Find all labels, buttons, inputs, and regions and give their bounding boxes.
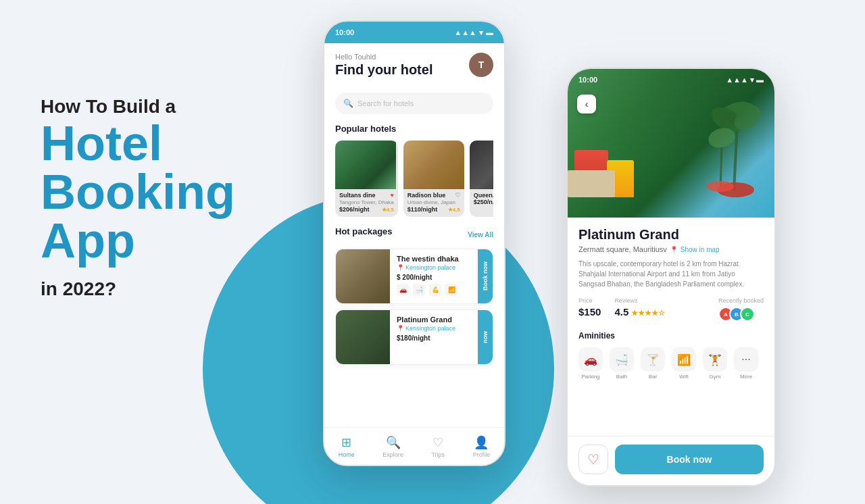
hotel-card-1-img bbox=[335, 141, 396, 189]
more-label: More bbox=[740, 374, 752, 380]
back-button[interactable]: ‹ bbox=[577, 95, 596, 114]
hotel-stats: Price $150 Reviews 4.5 ★★★★☆ Recently bo… bbox=[578, 297, 764, 322]
recently-booked-label: Recently booked bbox=[718, 297, 764, 304]
phone1-time: 10:00 bbox=[335, 28, 354, 36]
headline-hotel: Hotel Booking App bbox=[41, 119, 264, 265]
phone1-content: Hello Touhid Find your hotel T 🔍 Search … bbox=[324, 43, 504, 465]
hotel-card-1-info: Sultans dine ♥ Tangons Tower, Dhaka $206… bbox=[335, 189, 398, 217]
amenity-gym: 🏋 Gym bbox=[703, 347, 727, 380]
parking-label: Parking bbox=[581, 374, 599, 380]
phone1-status-icons: ▲▲▲ ▾ ▬ bbox=[454, 28, 493, 37]
phone1-header: Hello Touhid Find your hotel T bbox=[335, 53, 493, 86]
hotel-1-heart[interactable]: ♥ bbox=[390, 192, 393, 199]
package-card-1[interactable]: The westin dhaka 📍 Kensington palace $ 2… bbox=[335, 249, 493, 304]
nav-home-label: Home bbox=[339, 451, 355, 458]
phone1-greeting-block: Hello Touhid Find your hotel bbox=[335, 53, 432, 86]
gym-icon: 🏋 bbox=[703, 347, 727, 372]
nav-explore-label: Explore bbox=[382, 451, 403, 458]
greeting-text: Hello Touhid bbox=[335, 53, 432, 61]
hotel-2-price: $110/night bbox=[407, 206, 438, 213]
hotel-card-3[interactable]: Queen... ♡ $250/n... bbox=[470, 141, 493, 217]
amenities-title: Aminities bbox=[578, 331, 764, 341]
location-pin-icon: 📍 bbox=[397, 264, 404, 271]
amenity-bath: 🛁 Bath bbox=[610, 347, 634, 380]
nav-trips-label: Trips bbox=[431, 451, 445, 458]
amenity-bar: 🍸 Bar bbox=[641, 347, 665, 380]
cushion-2 bbox=[707, 181, 734, 192]
wifi-label: Wifi bbox=[679, 374, 688, 380]
nav-trips[interactable]: ♡ Trips bbox=[431, 435, 445, 458]
hotel-hero-image: 10:00 ▲▲▲ ▾ ▬ bbox=[568, 69, 774, 218]
hotel-card-1[interactable]: Sultans dine ♥ Tangons Tower, Dhaka $206… bbox=[335, 141, 398, 217]
reviews-label: Reviews bbox=[614, 297, 665, 304]
show-map-link[interactable]: Show in map bbox=[681, 246, 720, 253]
hotel-1-price: $206/night bbox=[339, 206, 370, 213]
amenity-more[interactable]: ··· More bbox=[734, 347, 758, 380]
bar-icon: 🍸 bbox=[641, 347, 665, 372]
pkg-gym-icon: 💪 bbox=[429, 284, 441, 296]
gym-label: Gym bbox=[710, 374, 721, 380]
trips-icon: ♡ bbox=[432, 435, 443, 450]
bar-label: Bar bbox=[649, 374, 657, 380]
package-1-img bbox=[336, 249, 390, 303]
home-icon: ⊞ bbox=[341, 435, 351, 450]
recently-booked-block: Recently booked A B C bbox=[718, 297, 764, 322]
favorite-button[interactable]: ♡ bbox=[578, 445, 608, 474]
hotel-3-price: $250/n... bbox=[474, 199, 493, 205]
search-bar[interactable]: 🔍 Search for hotels bbox=[335, 93, 493, 114]
hotel-cards-list: Sultans dine ♥ Tangons Tower, Dhaka $206… bbox=[335, 141, 493, 217]
phone1: 10:00 ▲▲▲ ▾ ▬ Hello Touhid Find your hot… bbox=[323, 20, 505, 466]
profile-icon: 👤 bbox=[474, 435, 489, 450]
amenity-wifi: 📶 Wifi bbox=[672, 347, 696, 380]
hotel-1-rating: ★4.5 bbox=[382, 207, 394, 213]
wifi-amenity-icon: 📶 bbox=[672, 347, 696, 372]
package-1-name: The westin dhaka bbox=[397, 255, 471, 263]
user-avatar: T bbox=[469, 53, 493, 77]
hotel-2-location: Urban divine, Japan bbox=[407, 199, 460, 205]
location-pin-icon-2: 📍 bbox=[397, 325, 404, 332]
package-2-name: Platinum Grand bbox=[397, 316, 471, 324]
hotel-card-2[interactable]: Radison blue ♡ Urban divine, Japan $110/… bbox=[403, 141, 464, 217]
package-card-2[interactable]: Platinum Grand 📍 Kensington palace $180/… bbox=[335, 309, 493, 365]
nav-profile-label: Profile bbox=[473, 451, 491, 458]
package-2-img bbox=[336, 310, 390, 364]
package-1-amenities: 🚗 🛁 💪 📶 bbox=[397, 284, 471, 296]
book-now-button[interactable]: Book now bbox=[615, 445, 764, 474]
price-label: Price bbox=[578, 297, 601, 304]
phone1-status-bar: 10:00 ▲▲▲ ▾ ▬ bbox=[324, 22, 504, 43]
phone2-status-bar: 10:00 ▲▲▲ ▾ ▬ bbox=[568, 69, 774, 91]
reviews-value: 4.5 bbox=[614, 306, 628, 318]
nav-explore[interactable]: 🔍 Explore bbox=[382, 435, 403, 458]
hot-packages-header: Hot packages View All bbox=[335, 226, 493, 243]
nav-home[interactable]: ⊞ Home bbox=[339, 435, 355, 458]
price-value: $150 bbox=[578, 306, 601, 318]
headline-year: in 2022? bbox=[41, 278, 264, 300]
phone2-body: Platinum Grand Zermatt square, Mauritius… bbox=[568, 218, 774, 400]
hotel-1-location: Tangons Tower, Dhaka bbox=[339, 199, 394, 205]
hotel-location-row: Zermatt square, Mauritiusv 📍 Show in map bbox=[578, 245, 764, 253]
hotel-2-heart[interactable]: ♡ bbox=[455, 192, 460, 199]
pkg-bath-icon: 🛁 bbox=[413, 284, 425, 296]
explore-icon: 🔍 bbox=[386, 435, 401, 450]
pkg-wifi-icon: 📶 bbox=[445, 284, 458, 296]
package-1-location: 📍 Kensington palace bbox=[397, 264, 471, 271]
hotel-card-3-img bbox=[470, 141, 493, 189]
more-icon[interactable]: ··· bbox=[734, 347, 758, 372]
package-1-book-btn[interactable]: Book now bbox=[478, 249, 493, 303]
package-2-info: Platinum Grand 📍 Kensington palace $180/… bbox=[397, 310, 471, 364]
bath-label: Bath bbox=[616, 374, 627, 380]
hotel-card-2-img bbox=[403, 141, 464, 189]
hotel-description: This upscale, contemporary hotel is 2 km… bbox=[578, 259, 764, 289]
search-placeholder: Search for hotels bbox=[357, 99, 414, 107]
hotel-location-text: Zermatt square, Mauritiusv bbox=[578, 245, 667, 253]
view-all-link[interactable]: View All bbox=[468, 231, 493, 238]
signal-icon: ▲▲▲ bbox=[454, 28, 476, 36]
package-2-location: 📍 Kensington palace bbox=[397, 325, 471, 332]
reviews-block: Reviews 4.5 ★★★★☆ bbox=[614, 297, 665, 318]
nav-profile[interactable]: 👤 Profile bbox=[473, 435, 491, 458]
package-2-price: $180/night bbox=[397, 334, 471, 342]
package-1-price: $ 200/night bbox=[397, 274, 471, 281]
phone1-bottom-nav: ⊞ Home 🔍 Explore ♡ Trips 👤 Profile bbox=[324, 427, 504, 465]
package-2-book-btn[interactable]: now bbox=[478, 310, 493, 364]
phone2-bottom-actions: ♡ Book now bbox=[568, 436, 774, 485]
